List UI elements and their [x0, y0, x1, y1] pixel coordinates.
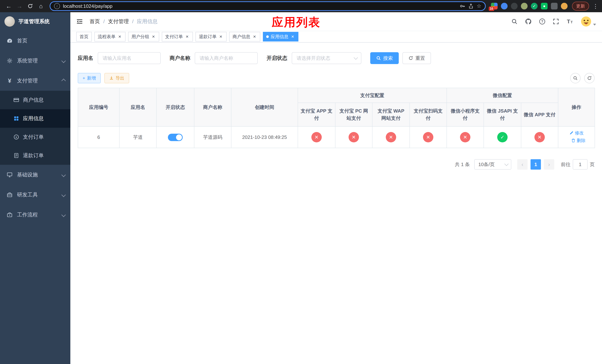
table-toolbar: + 新增 导出: [78, 73, 595, 83]
back-icon[interactable]: ←: [4, 1, 14, 11]
status-select-placeholder: 请选择开启状态: [297, 55, 330, 62]
sidebar-item-app-info[interactable]: 应用信息: [0, 109, 70, 128]
home-icon[interactable]: ⌂: [36, 1, 46, 11]
col-header-alipay-app: 支付宝 APP 支付: [298, 103, 335, 127]
search-button[interactable]: 搜索: [370, 52, 399, 64]
breadcrumb-section[interactable]: 支付管理: [108, 18, 129, 25]
extension-face-icon[interactable]: [561, 3, 568, 10]
grid-icon: [13, 116, 19, 121]
forward-icon[interactable]: →: [14, 1, 24, 11]
refresh-table-button[interactable]: [584, 73, 595, 83]
tab-close-icon[interactable]: ✕: [290, 34, 295, 39]
refresh-icon: [408, 56, 413, 61]
col-header-wx-jsapi: 微信 JSAPI 支付: [484, 103, 521, 127]
sidebar-item-label: 支付管理: [17, 77, 38, 84]
add-button[interactable]: + 新增: [78, 73, 101, 83]
status-alipay-qr: [423, 132, 433, 142]
extension-green-check-icon[interactable]: ✓: [531, 3, 538, 10]
tab-close-icon[interactable]: ✕: [117, 34, 122, 39]
next-page-button[interactable]: ›: [544, 159, 554, 170]
payment-submenu: 商户信息 应用信息 ¥ 支付订单 退款订单: [0, 91, 70, 165]
tab-refund-order[interactable]: 退款订单 ✕: [195, 32, 226, 42]
status-alipay-app: [311, 132, 322, 142]
sidebar-item-home[interactable]: 首页: [0, 31, 70, 51]
prev-page-button[interactable]: ‹: [517, 159, 527, 170]
tab-label: 退款订单: [199, 34, 216, 40]
sidebar-fold-icon[interactable]: [76, 18, 83, 25]
reload-icon[interactable]: [25, 1, 35, 11]
tab-close-icon[interactable]: ✕: [252, 34, 257, 39]
dashboard-icon: [7, 38, 13, 44]
github-icon[interactable]: [525, 18, 532, 25]
password-key-icon[interactable]: [460, 3, 465, 9]
app-logo-row[interactable]: 芋道管理系统: [0, 12, 70, 31]
merchant-name-input[interactable]: [195, 52, 258, 64]
update-button[interactable]: 更新: [572, 2, 589, 11]
tab-close-icon[interactable]: ✕: [185, 34, 190, 39]
search-icon[interactable]: [511, 18, 517, 25]
group-header-alipay: 支付宝配置: [298, 88, 447, 103]
extension-chat-icon[interactable]: ●: [541, 3, 548, 10]
export-button[interactable]: 导出: [104, 73, 129, 83]
tab-home[interactable]: 首页: [76, 32, 92, 42]
col-header-status: 开启状态: [156, 88, 194, 127]
goto-page-input[interactable]: [573, 159, 588, 170]
extension-puzzle-icon[interactable]: [551, 3, 558, 10]
font-size-icon[interactable]: TT: [567, 18, 573, 25]
tab-pay-order[interactable]: 支付订单 ✕: [162, 32, 193, 42]
toggle-search-button[interactable]: [570, 73, 580, 83]
extension-blue-icon[interactable]: [501, 3, 508, 10]
svg-text:?: ?: [541, 20, 543, 23]
url-text[interactable]: localhost:1024/pay/app: [63, 3, 457, 9]
app-name-input[interactable]: [98, 52, 161, 64]
site-info-icon[interactable]: i: [54, 3, 60, 9]
sidebar-item-pay-order[interactable]: ¥ 支付订单: [0, 128, 70, 146]
tab-close-icon[interactable]: ✕: [151, 34, 156, 39]
app-navbar: 首页 / 支付管理 / 应用信息 应用列表 ?: [70, 12, 602, 31]
delete-link[interactable]: 删除: [571, 137, 586, 144]
edit-link[interactable]: 修改: [569, 130, 584, 136]
fullscreen-icon[interactable]: [553, 18, 559, 25]
status-label: 开启状态: [267, 55, 287, 62]
tab-close-icon[interactable]: ✕: [218, 34, 223, 39]
status-alipay-pc: [349, 132, 359, 142]
reset-button[interactable]: 重置: [402, 52, 431, 64]
tab-app-info[interactable]: 应用信息 ✕: [263, 32, 298, 42]
sidebar-item-refund-order[interactable]: 退款订单: [0, 146, 70, 165]
avatar-emoji-icon: [580, 16, 592, 27]
enable-toggle[interactable]: [168, 134, 183, 141]
sidebar-item-system[interactable]: 系统管理: [0, 51, 70, 71]
sidebar-item-infra[interactable]: 基础设施: [0, 165, 70, 185]
status-select[interactable]: 请选择开启状态: [292, 52, 361, 64]
question-icon[interactable]: ?: [539, 18, 545, 25]
user-avatar[interactable]: [580, 16, 596, 27]
page-size-value: 10条/页: [478, 161, 495, 168]
app-title: 芋道管理系统: [19, 18, 50, 25]
tab-user-group[interactable]: 用户分组 ✕: [128, 32, 159, 42]
credit-card-icon: [13, 97, 19, 103]
breadcrumb-home[interactable]: 首页: [90, 18, 100, 25]
extension-dark-icon[interactable]: [511, 3, 517, 10]
active-tab-dot: [266, 35, 269, 38]
edit-link-label: 修改: [575, 130, 584, 136]
navbar-actions: ? TT: [511, 16, 596, 27]
sidebar-item-dev-tools[interactable]: 研发工具: [0, 185, 70, 205]
browser-menu-kebab-icon[interactable]: ⋮: [593, 3, 598, 10]
tab-process-form[interactable]: 流程表单 ✕: [94, 32, 126, 42]
page-1-button[interactable]: 1: [531, 159, 541, 170]
svg-text:T: T: [571, 20, 573, 24]
col-header-merchant: 商户名称: [194, 88, 231, 127]
page-size-select[interactable]: 10条/页: [474, 159, 511, 170]
sidebar-item-payment[interactable]: ¥ 支付管理: [0, 71, 70, 91]
chevron-up-icon: [61, 78, 66, 83]
yen-circle-icon: ¥: [13, 134, 19, 140]
bookmark-star-icon[interactable]: ☆: [477, 3, 481, 9]
monitor-icon: [7, 172, 13, 178]
tab-merchant-info[interactable]: 商户信息 ✕: [229, 32, 260, 42]
sidebar-item-merchant-info[interactable]: 商户信息: [0, 91, 70, 109]
extension-avatar-icon[interactable]: [521, 3, 527, 10]
share-icon[interactable]: [468, 3, 474, 9]
extension-grid-icon[interactable]: 10: [491, 3, 498, 10]
address-bar[interactable]: i localhost:1024/pay/app ☆: [50, 1, 486, 11]
sidebar-item-workflow[interactable]: 工作流程: [0, 205, 70, 225]
